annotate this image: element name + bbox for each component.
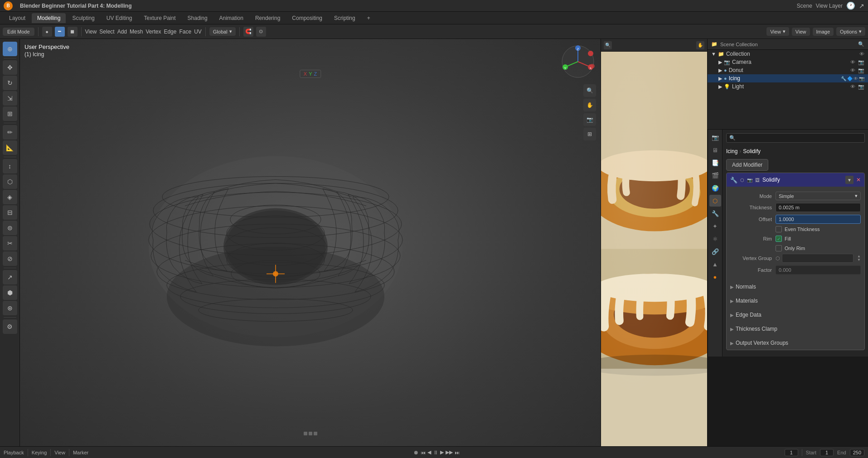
offset-edge-loop-tool[interactable]: ⊜ xyxy=(3,221,17,235)
ref-zoom-icon[interactable]: 🔍 xyxy=(604,41,612,49)
face-mode-btn[interactable]: ◼ xyxy=(68,27,78,37)
tab-compositing[interactable]: Compositing xyxy=(286,13,328,23)
blender-logo-icon[interactable]: B xyxy=(4,1,13,10)
light-eye-icon[interactable]: 👁 xyxy=(850,84,855,89)
menu-mesh[interactable]: Mesh xyxy=(130,29,143,35)
outliner-filter-icon[interactable]: 🔍 xyxy=(858,41,864,47)
edge-data-header[interactable]: ▶ Edge Data xyxy=(727,310,864,320)
props-world-icon[interactable]: 🌍 xyxy=(709,182,721,194)
thickness-clamp-header[interactable]: ▶ Thickness Clamp xyxy=(727,324,864,334)
only-rim-checkbox[interactable] xyxy=(776,245,782,251)
tab-modelling[interactable]: Modelling xyxy=(32,13,66,23)
jump-start-btn[interactable]: ⏮ xyxy=(421,450,426,455)
pan-btn[interactable]: ✋ xyxy=(583,99,596,111)
loop-cut-tool[interactable]: ⊟ xyxy=(3,205,17,220)
add-modifier-btn[interactable]: Add Modifier xyxy=(726,159,768,171)
playback-label[interactable]: Playback xyxy=(4,450,24,455)
cursor-tool[interactable]: ⊕ xyxy=(3,42,17,56)
viewport-area[interactable]: User Perspective (1) Icing xyxy=(20,39,601,446)
step-back-btn[interactable]: ◀ xyxy=(427,449,431,455)
nav-gizmo[interactable]: Z X Y xyxy=(560,43,596,80)
rim-fill-checkbox[interactable]: ✓ xyxy=(776,236,782,242)
outliner-item-icing[interactable]: ▶ ● Icing 🔧 🔷 👁 📷 xyxy=(708,74,868,82)
tab-sculpting[interactable]: Sculpting xyxy=(67,13,100,23)
normals-header[interactable]: ▶ Normals xyxy=(727,282,864,292)
edge-mode-btn[interactable]: ━ xyxy=(55,27,65,37)
props-material-icon[interactable]: ● xyxy=(709,271,721,283)
vertex-mode-btn[interactable]: ● xyxy=(42,27,52,37)
donut-eye-icon[interactable]: 👁 xyxy=(850,67,855,73)
outliner-item-camera[interactable]: ▶ 📷 Camera 👁 📷 xyxy=(708,58,868,66)
options-tool[interactable]: ⚙ xyxy=(3,319,17,334)
play-btn[interactable]: ▶ xyxy=(440,449,444,455)
light-render-icon[interactable]: 📷 xyxy=(858,84,864,90)
marker-label[interactable]: Marker xyxy=(73,450,88,455)
bevel-tool[interactable]: ◈ xyxy=(3,190,17,204)
ref-hand-icon[interactable]: ✋ xyxy=(696,41,704,49)
props-scene-icon[interactable]: 🎬 xyxy=(709,169,721,181)
tab-uv-editing[interactable]: UV Editing xyxy=(101,13,138,23)
annotate-tool[interactable]: ✏ xyxy=(3,125,17,140)
outliner-item-donut[interactable]: ▶ ● Donut 👁 📷 xyxy=(708,66,868,74)
bisect-tool[interactable]: ⊘ xyxy=(3,251,17,266)
menu-uv[interactable]: UV xyxy=(194,29,202,35)
camera-eye-icon[interactable]: 👁 xyxy=(850,59,855,65)
rotate-tool[interactable]: ↻ xyxy=(3,76,17,90)
tab-shading[interactable]: Shading xyxy=(182,13,213,23)
offset-value[interactable]: 1.0000 xyxy=(776,215,861,224)
props-modifier-icon[interactable]: 🔧 xyxy=(709,207,721,219)
record-btn[interactable]: ⏺ xyxy=(413,449,419,456)
collection-eye-icon[interactable]: 👁 xyxy=(859,51,864,57)
tab-rendering[interactable]: Rendering xyxy=(250,13,286,23)
thickness-value[interactable]: 0.0025 m xyxy=(776,203,861,212)
options-dropdown[interactable]: Options ▾ xyxy=(836,27,865,36)
knife-tool[interactable]: ✂ xyxy=(3,236,17,251)
menu-edge[interactable]: Edge xyxy=(164,29,176,35)
zoom-in-btn[interactable]: 🔍 xyxy=(583,84,596,97)
transform-tool[interactable]: ⊞ xyxy=(3,106,17,121)
props-output-icon[interactable]: 🖥 xyxy=(709,144,721,156)
outliner-item-light[interactable]: ▶ 💡 Light 👁 📷 xyxy=(708,82,868,91)
camera-render-icon[interactable]: 📷 xyxy=(858,59,864,65)
modifier-down-btn[interactable]: ▼ xyxy=(845,176,853,184)
vertex-group-input[interactable] xyxy=(782,254,853,263)
snap-btn[interactable]: 🧲 xyxy=(243,27,253,37)
image-dropdown[interactable]: Image xyxy=(813,28,834,36)
modifier-close-btn[interactable]: ✕ xyxy=(856,177,861,183)
props-search-input[interactable] xyxy=(737,135,862,141)
extrude-tool[interactable]: ↕ xyxy=(3,159,17,174)
end-frame-display[interactable]: 250 xyxy=(850,449,864,456)
props-data-icon[interactable]: ▲ xyxy=(709,258,721,270)
tab-scripting[interactable]: Scripting xyxy=(329,13,361,23)
transform-orientation-selector[interactable]: Global ▾ xyxy=(209,27,236,36)
keying-label[interactable]: Keying xyxy=(32,450,47,455)
move-tool[interactable]: ✥ xyxy=(3,60,17,75)
output-vertex-groups-header[interactable]: ▶ Output Vertex Groups xyxy=(727,338,864,348)
icing-eye-icon[interactable]: 👁 xyxy=(853,76,858,81)
current-frame-display[interactable]: 1 xyxy=(785,449,798,456)
props-view-layer-icon[interactable]: 📑 xyxy=(709,157,721,169)
menu-add[interactable]: Add xyxy=(117,29,127,35)
menu-vertex[interactable]: Vertex xyxy=(145,29,161,35)
mode-selector[interactable]: Edit Mode xyxy=(3,28,34,36)
tab-add[interactable]: + xyxy=(362,13,376,23)
camera-view-btn[interactable]: 📷 xyxy=(583,113,596,126)
view-dropdown-1[interactable]: View ▾ xyxy=(766,27,789,36)
donut-render-icon[interactable]: 📷 xyxy=(858,67,864,73)
tab-animation[interactable]: Animation xyxy=(214,13,249,23)
icing-render-icon[interactable]: 📷 xyxy=(859,76,864,81)
factor-value[interactable]: 0.000 xyxy=(776,265,861,275)
orthographic-btn[interactable]: ⊞ xyxy=(583,128,596,140)
breadcrumb-icing[interactable]: Icing xyxy=(726,148,737,154)
props-object-icon[interactable]: ⬡ xyxy=(709,195,721,207)
menu-view[interactable]: View xyxy=(85,29,97,35)
props-constraints-icon[interactable]: 🔗 xyxy=(709,246,721,257)
push-pull-tool[interactable]: ⊛ xyxy=(3,301,17,315)
vertex-slide-tool[interactable]: ↗ xyxy=(3,270,17,284)
jump-end-btn[interactable]: ⏭ xyxy=(455,450,460,455)
inset-tool[interactable]: ⬡ xyxy=(3,174,17,189)
step-forward-btn[interactable]: ▶▶ xyxy=(446,449,453,455)
shrink-fatten-tool[interactable]: ⬢ xyxy=(3,285,17,300)
measure-tool[interactable]: 📐 xyxy=(3,140,17,155)
menu-face[interactable]: Face xyxy=(179,29,191,35)
